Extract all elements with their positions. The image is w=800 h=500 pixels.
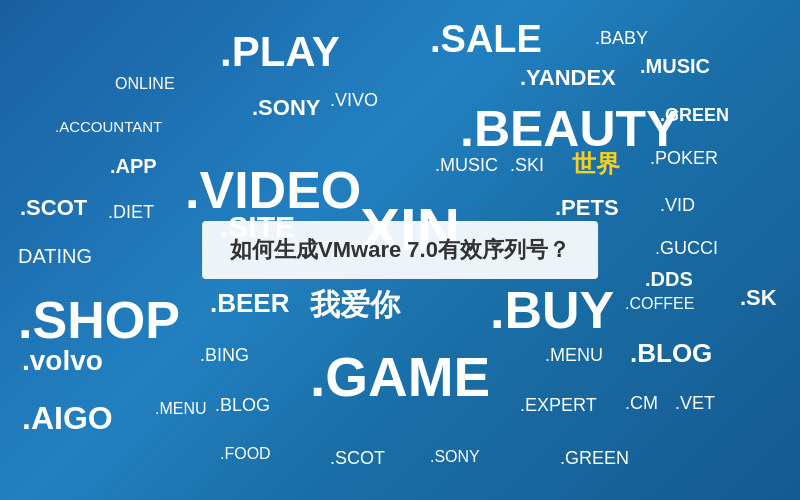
word-item: .SHOP	[18, 290, 180, 350]
word-item: .SCOT	[330, 448, 385, 469]
word-item: .SCOT	[20, 195, 87, 221]
word-item: .GREEN	[660, 105, 729, 126]
word-item: .SONY	[430, 448, 480, 466]
word-item: .COFFEE	[625, 295, 694, 313]
word-item: .SK	[740, 285, 777, 311]
word-item: .ACCOUNTANT	[55, 118, 162, 135]
word-item: .GUCCI	[655, 238, 718, 259]
word-item: .POKER	[650, 148, 718, 169]
word-item: .AIGO	[22, 400, 113, 437]
word-item: .BEAUTY	[460, 100, 679, 158]
word-item: 我爱你	[310, 285, 400, 326]
word-item: .BLOG	[630, 338, 712, 369]
word-item: .MUSIC	[435, 155, 498, 176]
word-item: DATING	[18, 245, 92, 268]
word-item: .VID	[660, 195, 695, 216]
word-item: .MENU	[545, 345, 603, 366]
word-item: ONLINE	[115, 75, 175, 93]
word-item: .GAME	[310, 345, 490, 409]
word-item: .PLAY	[220, 28, 340, 76]
word-item: .MENU	[155, 400, 207, 418]
overlay-title: 如何生成VMware 7.0有效序列号？	[202, 221, 598, 279]
word-item: .EXPERT	[520, 395, 597, 416]
word-item: .MUSIC	[640, 55, 710, 78]
word-item: .VIVO	[330, 90, 378, 111]
word-item: .GREEN	[560, 448, 629, 469]
word-item: .SONY	[252, 95, 320, 121]
word-item: 世界	[572, 148, 620, 180]
word-item: .BLOG	[215, 395, 270, 416]
word-item: .VET	[675, 393, 715, 414]
word-item: .DDS	[645, 268, 693, 291]
word-item: .DIET	[108, 202, 154, 223]
word-cloud-background: .PLAY.SALEONLINE.SONY.VIVO.YANDEX.MUSIC.…	[0, 0, 800, 500]
word-item: .CM	[625, 393, 658, 414]
word-item: .BABY	[595, 28, 648, 49]
word-item: .volvo	[22, 345, 103, 377]
word-item: .YANDEX	[520, 65, 616, 91]
word-item: .SALE	[430, 18, 542, 61]
word-item: .SKI	[510, 155, 544, 176]
word-item: .PETS	[555, 195, 619, 221]
word-item: .FOOD	[220, 445, 271, 463]
word-item: .BUY	[490, 280, 614, 340]
word-item: .BEER	[210, 288, 289, 319]
word-item: .BING	[200, 345, 249, 366]
word-item: .APP	[110, 155, 157, 178]
